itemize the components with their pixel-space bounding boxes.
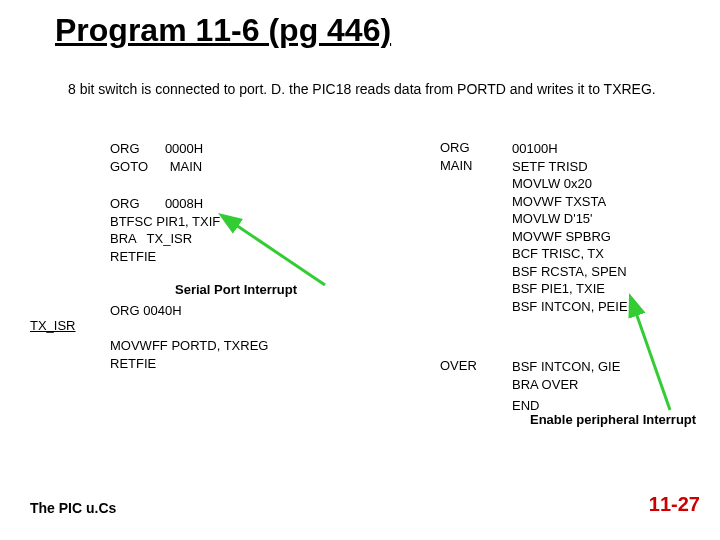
svg-line-0 <box>233 223 325 285</box>
main-right-label: MAIN <box>440 158 473 173</box>
arrow-icon <box>625 300 705 420</box>
end-label: END <box>512 398 539 413</box>
code-block-over-loop: BSF INTCON, GIE BRA OVER <box>512 358 620 393</box>
slide-title: Program 11-6 (pg 446) <box>55 12 391 49</box>
arrow-icon <box>225 215 345 295</box>
footer-right-page: 11-27 <box>649 493 700 516</box>
code-block-reset-vector: ORG 0000H GOTO MAIN <box>110 140 203 175</box>
footer-left: The PIC u.Cs <box>30 500 116 516</box>
over-label: OVER <box>440 358 477 373</box>
svg-line-1 <box>635 310 670 410</box>
org-right-label: ORG <box>440 140 470 155</box>
code-block-tx-isr: ORG 0040H MOVWFF PORTD, TXREG RETFIE <box>110 302 268 372</box>
code-block-isr-vector: ORG 0008H BTFSC PIR1, TXIF BRA TX_ISR RE… <box>110 195 220 265</box>
code-block-main: 00100H SETF TRISD MOVLW 0x20 MOVWF TXSTA… <box>512 140 628 315</box>
tx-isr-label: TX_ISR <box>30 318 76 333</box>
slide-description: 8 bit switch is connected to port. D. th… <box>68 80 658 98</box>
